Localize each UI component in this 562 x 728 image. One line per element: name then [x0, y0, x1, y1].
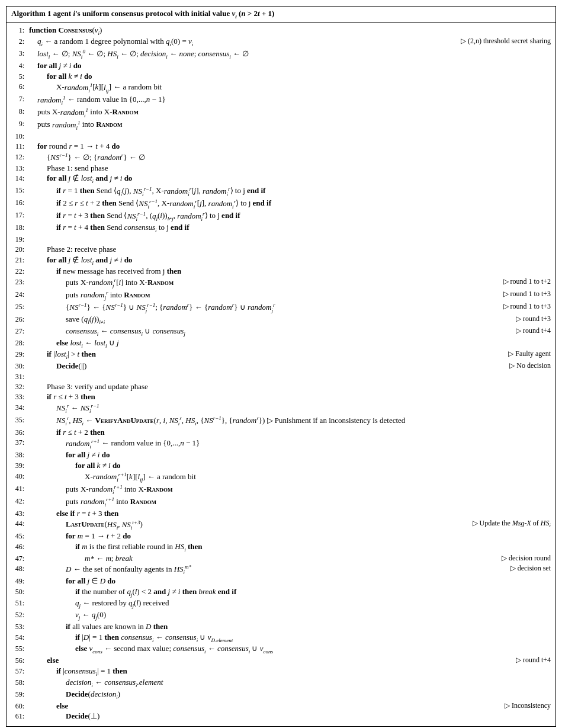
line-56: 56: else ▷ round t+4	[11, 655, 551, 666]
line-2: 2: qi ← a random 1 degree polynomial wit…	[11, 36, 551, 48]
line-9: 9: puts randomi1 into Random	[11, 118, 551, 131]
algorithm-body: 1: function Consensus(vi) 2: qi ← a rand…	[7, 23, 555, 726]
line-31: 31:	[11, 371, 551, 381]
line-29: 29: if |losti| > t then ▷ Faulty agent	[11, 349, 551, 361]
line-6: 6: X-randomi1[k][lij] ← a random bit	[11, 81, 551, 94]
line-3: 3: losti ← ∅; NSi0 ← ∅; HSi ← ∅; decisio…	[11, 48, 551, 60]
line-59: 59: Decide(decisioni)	[11, 689, 551, 701]
line-5: 5: for all k ≠ i do	[11, 71, 551, 82]
line-1: 1: function Consensus(vi)	[11, 25, 551, 37]
line-57: 57: if |consensusi| = 1 then	[11, 666, 551, 678]
line-33: 33: if r ≤ t + 3 then	[11, 392, 551, 402]
line-26: 26: save (ql(j))l≠i ▷ round t+3	[11, 314, 551, 326]
line-28: 28: else losti ← losti ∪ j	[11, 338, 551, 349]
line-25: 25: {NSr−1} ← {NSr−1} ∪ NSjr−1; {randomr…	[11, 302, 551, 314]
line-37: 37: randomir+1 ← random value in {0,...,…	[11, 437, 551, 450]
line-12: 12: {NSr−1} ← ∅; {randomr} ← ∅	[11, 152, 551, 163]
line-42: 42: puts randomir+1 into Random	[11, 496, 551, 508]
line-35: 35: NSir, HSi ← VerifyAndUpdate(r, i, NS…	[11, 415, 551, 427]
line-4: 4: for all j ≠ i do	[11, 60, 551, 71]
line-61: 61: Decide(⊥)	[11, 711, 551, 721]
line-14: 14: for all j ∉ losti and j ≠ i do	[11, 173, 551, 185]
algorithm-title: Algorithm 1 agent i's uniform consensus …	[11, 9, 274, 18]
line-50: 50: if the number of qj(l) < 2 and j ≠ i…	[11, 586, 551, 598]
line-46: 46: if m is the first reliable round in …	[11, 541, 551, 553]
line-7: 7: randomi1 ← random value in {0,...,n −…	[11, 94, 551, 106]
line-24: 24: puts randomjr into Random ▷ round 1 …	[11, 289, 551, 302]
algorithm-box: Algorithm 1 agent i's uniform consensus …	[6, 6, 556, 727]
line-27: 27: consensusi ← consensusi ∪ consensusj…	[11, 326, 551, 338]
line-10: 10:	[11, 131, 551, 141]
line-41: 41: puts X-randomir+1 into X-Random	[11, 483, 551, 496]
line-30: 30: Decide(||) ▷ No decision	[11, 361, 551, 371]
line-45: 45: for m = 1 → t + 2 do	[11, 531, 551, 541]
line-13: 13: Phase 1: send phase	[11, 163, 551, 174]
line-36: 36: if r ≤ t + 2 then	[11, 427, 551, 438]
line-43: 43: else if r = t + 3 then	[11, 508, 551, 519]
line-39: 39: for all k ≠ i do	[11, 460, 551, 471]
line-40: 40: X-randomir+1[k][lij] ← a random bit	[11, 471, 551, 483]
line-8: 8: puts X-randomi1 into X-Random	[11, 106, 551, 118]
line-34: 34: NSir ← NSir−1	[11, 402, 551, 415]
line-19: 19:	[11, 234, 551, 244]
line-54: 54: if |D| = 1 then consensusi ← consens…	[11, 632, 551, 644]
line-60: 60: else ▷ Inconsistency	[11, 701, 551, 711]
line-17: 17: if r = t + 3 then Send ⟨NSir−1, (ql(…	[11, 210, 551, 222]
line-58: 58: decisioni ← consensusi.element	[11, 677, 551, 689]
line-49: 49: for all j ∈ D do	[11, 576, 551, 586]
line-47: 47: m* ← m; break ▷ decision round	[11, 553, 551, 564]
line-32: 32: Phase 3: verify and update phase	[11, 381, 551, 392]
line-52: 52: vj ← qj(0)	[11, 610, 551, 621]
line-15: 15: if r = 1 then Send ⟨qi(j), NSir−1, X…	[11, 185, 551, 197]
line-20: 20: Phase 2: receive phase	[11, 244, 551, 255]
line-53: 53: if all values are known in D then	[11, 621, 551, 632]
line-51: 51: qj ← restored by qj(l) received	[11, 598, 551, 610]
line-18: 18: if r = t + 4 then Send consensusi to…	[11, 222, 551, 234]
line-44: 44: LastUpdate(HSi, NSit+3) ▷ Update the…	[11, 518, 551, 531]
line-55: 55: else vcons ← second max value; conse…	[11, 643, 551, 655]
line-21: 21: for all j ∉ losti and j ≠ i do	[11, 255, 551, 267]
line-23: 23: puts X-randomjr[i] into X-Random ▷ r…	[11, 277, 551, 289]
line-22: 22: if new message has received from j t…	[11, 266, 551, 277]
line-16: 16: if 2 ≤ r ≤ t + 2 then Send ⟨NSir−1, …	[11, 197, 551, 210]
line-11: 11: for round r = 1 → t + 4 do	[11, 141, 551, 152]
line-38: 38: for all j ≠ i do	[11, 450, 551, 460]
line-48: 48: D ← the set of nonfaulty agents in H…	[11, 563, 551, 576]
algorithm-header: Algorithm 1 agent i's uniform consensus …	[7, 7, 555, 23]
